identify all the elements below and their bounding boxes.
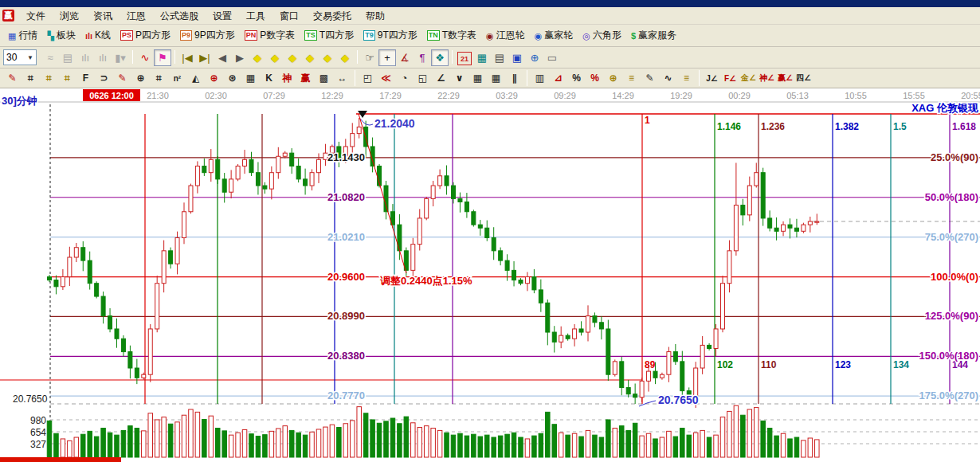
candle-style-button[interactable]: ▮▾ [112, 49, 129, 66]
width-measure-tool[interactable]: ↔ [333, 70, 351, 86]
menu-item-0[interactable]: 文件 [19, 9, 53, 23]
shen-angle-tool[interactable]: 神∠ [758, 70, 776, 86]
winner-wheel-button[interactable]: ◉赢家轮 [530, 26, 578, 45]
j-angle-tool[interactable]: J∠ [703, 70, 721, 86]
p-square-button[interactable]: PSP四方形 [116, 26, 175, 45]
pen2-tool[interactable]: ✎ [113, 70, 131, 86]
percent-red-tool[interactable]: % [586, 70, 604, 86]
menu-item-5[interactable]: 设置 [206, 9, 239, 23]
gold-grid2-tool[interactable]: ⌗ [58, 70, 76, 86]
pen-tool[interactable]: ✎ [3, 70, 22, 86]
parallel-lines-tool[interactable]: ∥ [505, 70, 523, 86]
box-tool[interactable]: ◰ [359, 70, 377, 86]
grid1-tool[interactable]: ▦ [468, 70, 487, 86]
gann-wave-button[interactable]: ∿ [136, 49, 154, 66]
v-lines-tool[interactable]: ∨ [450, 70, 468, 86]
bars3-button[interactable]: ılı [76, 49, 94, 66]
menu-item-4[interactable]: 公式选股 [153, 9, 206, 23]
mark-tool-button[interactable]: ¶ [414, 49, 431, 66]
si-angle-tool[interactable]: 四∠ [794, 70, 813, 86]
gold-levels-tool[interactable]: ≡ [622, 70, 641, 86]
t-table-button[interactable]: TNT数字表 [422, 26, 481, 45]
arc-fan-tool[interactable]: ◔ [395, 70, 414, 86]
menu-item-6[interactable]: 工具 [239, 9, 272, 23]
kline-button[interactable]: ılıK线 [80, 26, 116, 45]
ray-fan-tool[interactable]: ≪ [377, 70, 395, 86]
percent-tool[interactable]: % [567, 70, 586, 86]
menu-item-3[interactable]: 江恩 [120, 9, 153, 23]
report-button[interactable]: ▤ [59, 49, 76, 66]
k-marks-tool[interactable]: K [260, 70, 278, 86]
wave-tool[interactable]: ∿ [659, 70, 677, 86]
shen-grid-tool[interactable]: 神 [278, 70, 296, 86]
period-combobox[interactable]: 30 ▼ [3, 49, 37, 65]
menu-item-1[interactable]: 浏览 [53, 9, 86, 23]
diamond-in-button[interactable]: ◆ [301, 49, 319, 66]
gann-circle-tool[interactable]: ⊕ [131, 70, 150, 86]
write-tool[interactable]: ✎ [641, 70, 659, 86]
diamond-left-button[interactable]: ◆ [249, 49, 266, 66]
angle-lines-tool[interactable]: ∠ [432, 70, 450, 86]
volume-bar [175, 422, 180, 457]
ying-angle-tool[interactable]: 赢∠ [776, 70, 794, 86]
p-table-button[interactable]: PNP数字表 [240, 26, 300, 45]
calculator-button[interactable]: ▦ [473, 49, 491, 66]
arc-tool[interactable]: ⊃ [95, 70, 113, 86]
t-square-button[interactable]: TST四方形 [300, 26, 359, 45]
calendar-button[interactable]: 21 [457, 52, 472, 65]
notes-button[interactable]: ▤ [491, 49, 508, 66]
correction-trend-line[interactable] [359, 114, 406, 273]
diamond-down-button[interactable]: ◆ [266, 49, 284, 66]
trend-pattern-button[interactable]: ≈ [41, 49, 59, 66]
mirror-tool[interactable]: ◭ [186, 70, 205, 86]
angle-tool-button[interactable]: ∡ [396, 49, 414, 66]
gold-baseline-tool[interactable]: ≡ [677, 70, 696, 86]
diamond-out-button[interactable]: ◆ [319, 49, 336, 66]
print-button[interactable]: ▭ [543, 49, 561, 66]
histogram-tool[interactable]: ▥ [531, 70, 549, 86]
shaded-fan-tool[interactable]: ◱ [414, 70, 432, 86]
step-forward-button[interactable]: ▶ [231, 49, 249, 66]
candle-body [727, 251, 731, 284]
gold-angle-tool[interactable]: 金∠ [739, 70, 758, 86]
9p-square-button[interactable]: P99P四方形 [175, 26, 240, 45]
menu-item-8[interactable]: 交易委托 [306, 9, 359, 23]
gann-grid-tool[interactable]: ⌗ [22, 70, 40, 86]
quotes-button[interactable]: ▦行情 [3, 26, 42, 45]
menu-item-9[interactable]: 帮助 [359, 9, 392, 23]
grid2-tool[interactable]: ▦ [487, 70, 505, 86]
diamond-expand-button[interactable]: ◆ [284, 49, 301, 66]
gold-circle-tool[interactable]: ⊕ [604, 70, 622, 86]
toolbar-label: 行情 [18, 29, 37, 42]
bars9-button[interactable]: ılı [94, 49, 112, 66]
9t-square-button[interactable]: T99T四方形 [359, 26, 422, 45]
n-square-tool[interactable]: n² [168, 70, 186, 86]
web-report-button[interactable]: ⊕ [526, 49, 543, 66]
sectors-button[interactable]: ▚板块 [42, 26, 80, 45]
gold-grid-tool[interactable]: ⌗ [40, 70, 58, 86]
f-angle-tool[interactable]: F∠ [721, 70, 739, 86]
menu-item-2[interactable]: 资讯 [86, 9, 120, 23]
flag-button[interactable]: ⚑ [154, 49, 171, 66]
gann-wheel-button[interactable]: ◉江恩轮 [481, 26, 530, 45]
crosshair-button[interactable]: + [378, 49, 396, 66]
starburst-tool[interactable]: ⊛ [223, 70, 241, 86]
go-first-button[interactable]: |◀ [178, 49, 196, 66]
menu-item-7[interactable]: 窗口 [272, 9, 306, 23]
f-lines-tool[interactable]: F [76, 70, 95, 86]
step-back-button[interactable]: ◀ [214, 49, 231, 66]
hash-lines-tool[interactable]: ⌗ [150, 70, 168, 86]
diamond-all-button[interactable]: ◆ [336, 49, 354, 66]
square-grid-tool[interactable]: ▦ [241, 70, 260, 86]
candle-body [290, 153, 294, 166]
go-last-button[interactable]: ▶| [196, 49, 214, 66]
hexagon-button[interactable]: ◎六角形 [578, 26, 626, 45]
percent-slash-tool[interactable]: ⊿ [549, 70, 567, 86]
ying-grid-tool[interactable]: 赢 [296, 70, 315, 86]
save-button[interactable]: ▣ [508, 49, 526, 66]
service-button[interactable]: $赢家服务 [626, 26, 681, 45]
dense-grid-tool[interactable]: ▩ [315, 70, 333, 86]
hand-tool-button[interactable]: ☞ [361, 49, 378, 66]
analyze-tool-button[interactable]: ❖ [431, 49, 449, 66]
target-circle-tool[interactable]: ⊕ [205, 70, 223, 86]
